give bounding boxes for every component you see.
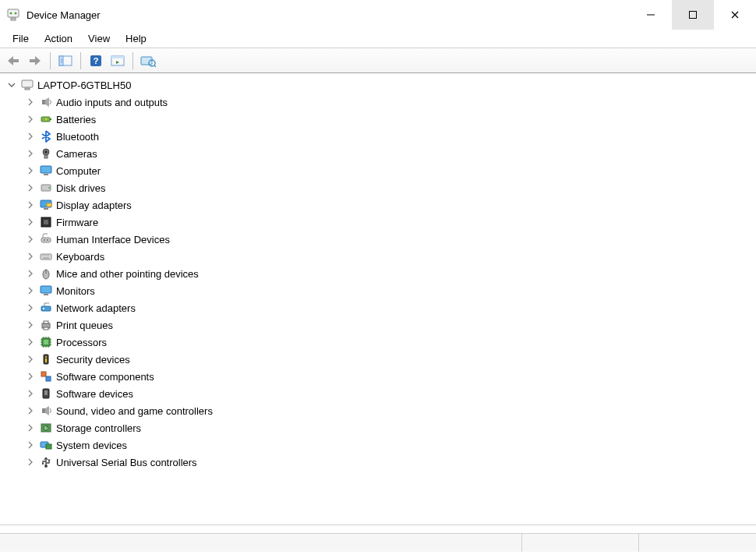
- tree-category-label: System devices: [56, 440, 127, 451]
- monitor-icon: [39, 164, 53, 178]
- tree-category-label: Storage controllers: [56, 422, 141, 434]
- collapse-icon[interactable]: [6, 79, 17, 90]
- camera-icon: [39, 147, 53, 161]
- menu-file[interactable]: File: [5, 31, 37, 46]
- tree-category-row[interactable]: Monitors: [25, 282, 756, 299]
- status-pane-1: [0, 534, 522, 552]
- tree-category-row[interactable]: Display adapters: [25, 196, 756, 214]
- tree-category-row[interactable]: Storage controllers: [25, 419, 756, 436]
- monitor-icon: [39, 284, 53, 298]
- tree-category-row[interactable]: Print queues: [25, 316, 756, 334]
- expand-icon[interactable]: [25, 285, 36, 296]
- expand-icon[interactable]: [25, 268, 36, 279]
- tree-category-label: Software devices: [56, 388, 133, 400]
- expand-icon[interactable]: [25, 405, 36, 416]
- tree-category-row[interactable]: Audio inputs and outputs: [25, 94, 756, 111]
- svg-rect-16: [25, 88, 30, 90]
- svg-rect-15: [22, 80, 33, 87]
- svg-point-3: [15, 12, 17, 15]
- tree-category-label: Cameras: [56, 148, 97, 160]
- expand-icon[interactable]: [25, 337, 36, 348]
- svg-rect-0: [8, 9, 19, 17]
- status-pane-3: [639, 534, 756, 552]
- expand-icon[interactable]: [25, 234, 36, 245]
- tree-category-row[interactable]: Cameras: [25, 145, 756, 162]
- tree-root-row[interactable]: LAPTOP-6GTBLH50: [6, 76, 756, 94]
- svg-rect-12: [111, 56, 124, 58]
- tree-category-row[interactable]: Network adapters: [25, 299, 756, 316]
- back-button[interactable]: [3, 51, 23, 70]
- device-tree-panel[interactable]: LAPTOP-6GTBLH50 Audio inputs and outputs…: [0, 73, 756, 525]
- tree-category-label: Audio inputs and outputs: [56, 97, 168, 108]
- tree-category-label: Sound, video and game controllers: [56, 405, 213, 417]
- tree-category-row[interactable]: Universal Serial Bus controllers: [25, 454, 756, 471]
- tree-category-row[interactable]: Keyboards: [25, 248, 756, 265]
- tree-category-row[interactable]: Firmware: [25, 214, 756, 231]
- tree-category-row[interactable]: Bluetooth: [25, 128, 756, 145]
- show-hide-console-tree-button[interactable]: [55, 51, 76, 70]
- menu-help[interactable]: Help: [118, 31, 154, 46]
- forward-button[interactable]: [25, 51, 45, 70]
- expand-icon[interactable]: [25, 148, 36, 159]
- help-button[interactable]: ?: [86, 51, 106, 70]
- toolbar-separator: [132, 52, 133, 69]
- tree-category-label: Keyboards: [56, 251, 104, 263]
- tree-category-row[interactable]: Disk drives: [25, 179, 756, 196]
- disk-icon: [39, 181, 53, 195]
- tree-category-label: Network adapters: [56, 302, 136, 314]
- maximize-button[interactable]: [672, 0, 714, 30]
- svg-rect-6: [30, 59, 36, 62]
- tree-category-label: Batteries: [56, 114, 96, 125]
- expand-icon[interactable]: [25, 97, 36, 108]
- security-icon: [39, 352, 53, 366]
- expand-icon[interactable]: [25, 200, 36, 210]
- menubar: File Action View Help: [0, 30, 756, 48]
- menu-action[interactable]: Action: [37, 31, 80, 46]
- minimize-button[interactable]: [630, 0, 672, 30]
- tree-category-row[interactable]: Human Interface Devices: [25, 231, 756, 248]
- expand-icon[interactable]: [25, 354, 36, 365]
- svg-rect-5: [12, 59, 19, 62]
- expand-icon[interactable]: [25, 114, 36, 125]
- expand-icon[interactable]: [25, 131, 36, 142]
- speaker-icon: [39, 95, 53, 109]
- action-button[interactable]: [108, 51, 128, 70]
- tree-category-row[interactable]: Software devices: [25, 385, 756, 402]
- expand-icon[interactable]: [25, 217, 36, 228]
- svg-text:?: ?: [94, 56, 99, 65]
- sound-icon: [39, 404, 53, 418]
- bluetooth-icon: [39, 129, 53, 143]
- svg-point-2: [10, 12, 12, 15]
- expand-icon[interactable]: [25, 165, 36, 176]
- tree-category-label: Security devices: [56, 354, 130, 366]
- tree-category-row[interactable]: Mice and other pointing devices: [25, 265, 756, 282]
- component-icon: [39, 369, 53, 383]
- close-button[interactable]: [714, 0, 756, 30]
- expand-icon[interactable]: [25, 302, 36, 313]
- tree-category-row[interactable]: Processors: [25, 334, 756, 351]
- expand-icon[interactable]: [25, 251, 36, 262]
- app-icon: [6, 8, 20, 22]
- expand-icon[interactable]: [25, 440, 36, 450]
- usb-icon: [39, 455, 53, 469]
- tree-children: Audio inputs and outputsBatteriesBluetoo…: [6, 94, 756, 471]
- tree-category-row[interactable]: Software components: [25, 368, 756, 385]
- window-title: Device Manager: [26, 9, 630, 21]
- expand-icon[interactable]: [25, 457, 36, 468]
- expand-icon[interactable]: [25, 422, 36, 433]
- statusbar: [0, 533, 756, 552]
- storage-icon: [39, 421, 53, 435]
- hid-icon: [39, 232, 53, 246]
- tree-category-row[interactable]: Computer: [25, 162, 756, 179]
- scan-hardware-button[interactable]: [138, 51, 158, 70]
- tree-category-label: Human Interface Devices: [56, 234, 170, 245]
- expand-icon[interactable]: [25, 320, 36, 330]
- tree-category-row[interactable]: System devices: [25, 436, 756, 454]
- expand-icon[interactable]: [25, 182, 36, 193]
- expand-icon[interactable]: [25, 388, 36, 399]
- tree-category-row[interactable]: Batteries: [25, 111, 756, 128]
- tree-category-row[interactable]: Security devices: [25, 351, 756, 368]
- expand-icon[interactable]: [25, 371, 36, 382]
- tree-category-row[interactable]: Sound, video and game controllers: [25, 402, 756, 419]
- menu-view[interactable]: View: [80, 31, 118, 46]
